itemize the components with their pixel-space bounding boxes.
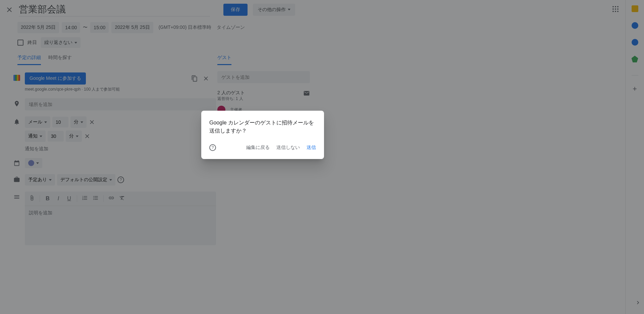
dialog-back-button[interactable]: 編集に戻る — [246, 145, 270, 151]
dialog-dont-send-button[interactable]: 送信しない — [276, 145, 300, 151]
send-invite-dialog: Google カレンダーのゲストに招待メールを送信しますか？ ? 編集に戻る 送… — [201, 111, 324, 159]
dialog-send-button[interactable]: 送信 — [307, 145, 316, 151]
dialog-title: Google カレンダーのゲストに招待メールを送信しますか？ — [209, 119, 316, 135]
dialog-help-button[interactable]: ? — [209, 144, 216, 151]
